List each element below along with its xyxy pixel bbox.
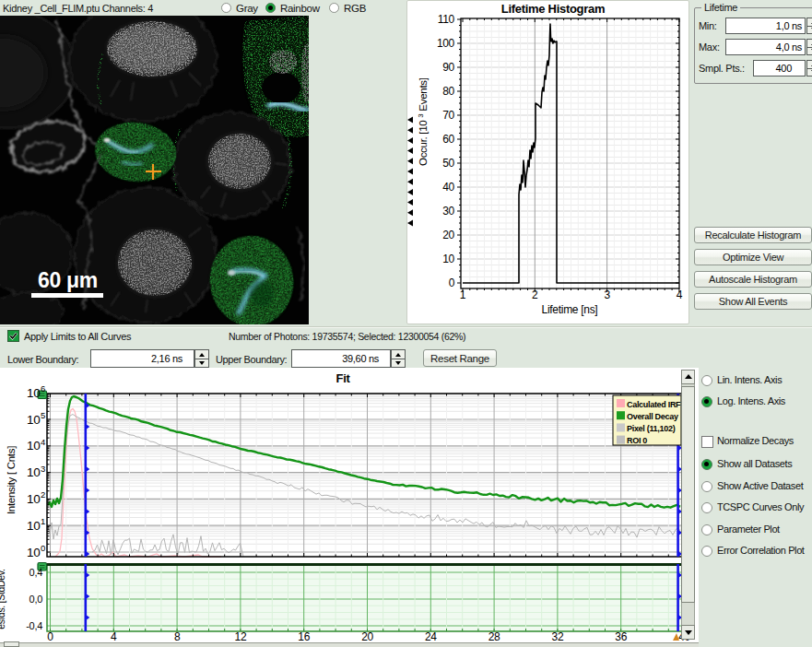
svg-text:0,0: 0,0 [29, 594, 43, 605]
svg-text:10: 10 [27, 492, 40, 506]
svg-text:10: 10 [27, 465, 40, 479]
svg-text:36: 36 [615, 630, 627, 642]
svg-text:0: 0 [47, 630, 53, 642]
svg-text:60 μm: 60 μm [38, 268, 98, 292]
svg-text:20: 20 [361, 630, 373, 642]
svg-text:-0,4: -0,4 [26, 620, 42, 631]
svg-text:Lifetime Histogram: Lifetime Histogram [501, 2, 605, 16]
svg-text:32: 32 [552, 630, 564, 642]
svg-text:Lifetime [ns]: Lifetime [ns] [542, 303, 598, 316]
svg-text:10: 10 [27, 546, 40, 559]
svg-text:10: 10 [27, 519, 40, 533]
svg-text:5: 5 [41, 410, 45, 420]
svg-text:8: 8 [174, 630, 181, 642]
svg-text:0: 0 [449, 276, 455, 289]
svg-text:2: 2 [532, 288, 538, 301]
svg-text:30: 30 [442, 205, 454, 218]
svg-text:3: 3 [41, 464, 45, 474]
svg-text:1: 1 [460, 288, 466, 301]
svg-text:3: 3 [604, 288, 610, 301]
svg-text:Occur. [10 3 Events]: Occur. [10 3 Events] [417, 77, 430, 166]
svg-text:Intensity [ Cnts]: Intensity [ Cnts] [6, 446, 17, 514]
svg-text:Calculated IRF: Calculated IRF [627, 400, 681, 409]
svg-text:4: 4 [677, 288, 683, 301]
svg-text:50: 50 [442, 157, 454, 170]
svg-text:10: 10 [27, 439, 40, 453]
svg-text:4: 4 [41, 437, 45, 447]
svg-text:28: 28 [488, 630, 500, 642]
svg-text:12: 12 [235, 630, 247, 642]
svg-text:90: 90 [442, 61, 454, 74]
svg-text:4: 4 [111, 630, 117, 642]
svg-text:Overall Decay: Overall Decay [627, 412, 678, 421]
svg-text:10: 10 [442, 253, 454, 265]
svg-text:esids. [StdDev.: esids. [StdDev. [0, 569, 6, 629]
svg-text:ROI 0: ROI 0 [627, 436, 647, 445]
svg-text:110: 110 [438, 13, 455, 26]
svg-text:Pixel (11,102): Pixel (11,102) [627, 424, 676, 433]
svg-text:60: 60 [442, 133, 454, 146]
svg-text:0: 0 [41, 543, 45, 553]
svg-text:0,4: 0,4 [29, 567, 43, 578]
svg-text:Fit: Fit [336, 371, 351, 385]
svg-text:70: 70 [442, 109, 454, 122]
svg-text:40: 40 [442, 181, 454, 194]
svg-text:24: 24 [425, 630, 437, 642]
svg-text:80: 80 [442, 85, 454, 98]
svg-text:100: 100 [437, 37, 455, 50]
svg-text:16: 16 [298, 630, 310, 642]
svg-text:2: 2 [41, 489, 45, 500]
svg-text:10: 10 [27, 386, 40, 400]
svg-text:20: 20 [442, 229, 454, 241]
svg-text:1: 1 [41, 516, 45, 526]
svg-text:6: 6 [41, 383, 45, 394]
svg-text:10: 10 [27, 413, 40, 427]
